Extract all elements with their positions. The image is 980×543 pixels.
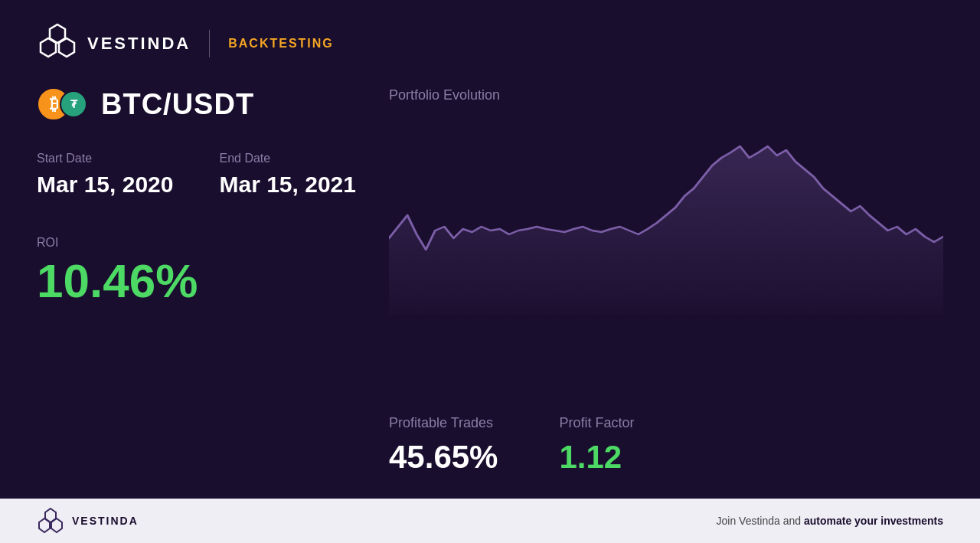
section-label: BACKTESTING [228, 37, 334, 51]
left-panel: ₿ ₮ BTC/USDT Start Date Mar 15, 2020 End… [37, 87, 358, 483]
start-date-group: Start Date Mar 15, 2020 [37, 152, 173, 198]
right-panel: Portfolio Evolution [389, 87, 943, 483]
chart-section: Portfolio Evolution [389, 87, 943, 415]
header: VESTINDA BACKTESTING [0, 0, 980, 87]
svg-marker-5 [51, 518, 62, 532]
footer-tagline-normal: Join Vestinda and [717, 515, 804, 527]
roi-label: ROI [37, 236, 358, 250]
svg-marker-2 [59, 38, 74, 57]
svg-marker-4 [39, 518, 50, 532]
chart-container [389, 116, 943, 315]
footer-tagline-bold: automate your investments [804, 515, 943, 527]
pair-row: ₿ ₮ BTC/USDT [37, 87, 358, 121]
footer-logo-text: VESTINDA [72, 515, 139, 527]
profit-factor-label: Profit Factor [559, 415, 634, 431]
roi-value: 10.46% [37, 257, 358, 305]
start-date-label: Start Date [37, 152, 173, 165]
chart-title: Portfolio Evolution [389, 87, 943, 103]
logo-text: VESTINDA [87, 34, 191, 54]
profit-factor-stat: Profit Factor 1.12 [559, 415, 634, 476]
svg-marker-1 [41, 38, 56, 57]
footer: VESTINDA Join Vestinda and automate your… [0, 499, 980, 543]
coin-icons: ₿ ₮ [37, 87, 89, 121]
profit-factor-value: 1.12 [559, 439, 634, 476]
start-date-value: Mar 15, 2020 [37, 172, 173, 198]
main-content: ₿ ₮ BTC/USDT Start Date Mar 15, 2020 End… [0, 87, 980, 499]
header-divider [209, 30, 210, 57]
pair-name: BTC/USDT [101, 88, 254, 121]
profitable-trades-label: Profitable Trades [389, 415, 498, 431]
usdt-icon: ₮ [60, 90, 87, 118]
logo-area: VESTINDA BACKTESTING [37, 21, 334, 66]
dates-row: Start Date Mar 15, 2020 End Date Mar 15,… [37, 152, 358, 198]
profitable-trades-value: 45.65% [389, 439, 498, 476]
vestinda-logo-icon [37, 21, 78, 66]
footer-tagline: Join Vestinda and automate your investme… [717, 515, 943, 527]
end-date-value: Mar 15, 2021 [219, 172, 355, 198]
profitable-trades-stat: Profitable Trades 45.65% [389, 415, 498, 476]
footer-logo: VESTINDA [37, 507, 139, 535]
footer-logo-icon [37, 507, 64, 535]
stats-row: Profitable Trades 45.65% Profit Factor 1… [389, 415, 943, 483]
end-date-group: End Date Mar 15, 2021 [219, 152, 355, 198]
end-date-label: End Date [219, 152, 355, 165]
roi-section: ROI 10.46% [37, 236, 358, 305]
